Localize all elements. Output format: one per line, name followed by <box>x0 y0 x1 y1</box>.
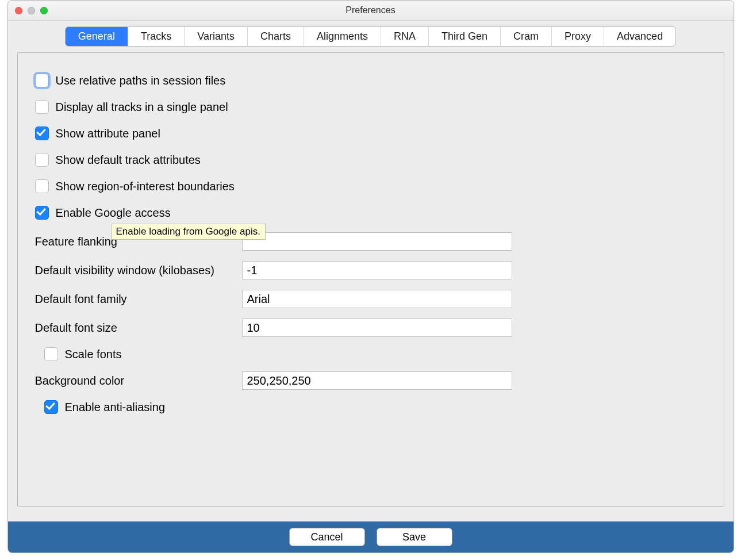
tab-bar: GeneralTracksVariantsChartsAlignmentsRNA… <box>65 26 676 47</box>
relative-paths-label: Use relative paths in session files <box>56 74 226 87</box>
background-color-input[interactable] <box>242 371 512 390</box>
font-size-input[interactable] <box>242 319 512 337</box>
scale-fonts-label: Scale fonts <box>65 348 122 361</box>
anti-aliasing-checkbox[interactable] <box>44 400 58 414</box>
google-access-label: Enable Google access <box>56 206 171 220</box>
background-color-label: Background color <box>35 374 242 388</box>
google-access-checkbox[interactable] <box>35 206 49 220</box>
font-size-label: Default font size <box>35 321 242 335</box>
tab-charts[interactable]: Charts <box>248 27 304 46</box>
attribute-panel-checkbox[interactable] <box>35 126 49 140</box>
feature-flanking-input[interactable] <box>242 232 512 251</box>
visibility-window-input[interactable] <box>242 261 512 279</box>
cancel-button[interactable]: Cancel <box>289 528 365 546</box>
single-panel-checkbox[interactable] <box>35 100 49 114</box>
tab-third-gen[interactable]: Third Gen <box>429 27 501 46</box>
tab-alignments[interactable]: Alignments <box>304 27 381 46</box>
google-access-tooltip: Enable loading from Google apis. <box>111 224 266 240</box>
scale-fonts-checkbox[interactable] <box>44 347 58 361</box>
default-attrs-label: Show default track attributes <box>56 154 201 167</box>
relative-paths-checkbox[interactable] <box>35 74 49 87</box>
window-title: Preferences <box>8 5 734 16</box>
roi-boundaries-label: Show region-of-interest boundaries <box>56 180 235 193</box>
tab-cram[interactable]: Cram <box>501 27 552 46</box>
tab-advanced[interactable]: Advanced <box>604 27 675 46</box>
visibility-window-label: Default visibility window (kilobases) <box>35 264 242 277</box>
tab-general[interactable]: General <box>66 27 128 46</box>
attribute-panel-label: Show attribute panel <box>56 127 160 140</box>
dialog-footer: Cancel Save <box>8 521 734 553</box>
roi-boundaries-checkbox[interactable] <box>35 179 49 193</box>
tab-proxy[interactable]: Proxy <box>552 27 604 46</box>
anti-aliasing-label: Enable anti-aliasing <box>65 401 166 414</box>
default-attrs-checkbox[interactable] <box>35 153 49 167</box>
font-family-input[interactable] <box>242 290 512 308</box>
save-button[interactable]: Save <box>377 528 452 546</box>
font-family-label: Default font family <box>35 293 242 306</box>
title-bar: Preferences <box>8 1 734 21</box>
tab-tracks[interactable]: Tracks <box>128 27 185 46</box>
tab-rna[interactable]: RNA <box>381 27 429 46</box>
tab-variants[interactable]: Variants <box>185 27 248 46</box>
general-panel: Use relative paths in session files Disp… <box>17 52 724 507</box>
single-panel-label: Display all tracks in a single panel <box>56 101 228 114</box>
